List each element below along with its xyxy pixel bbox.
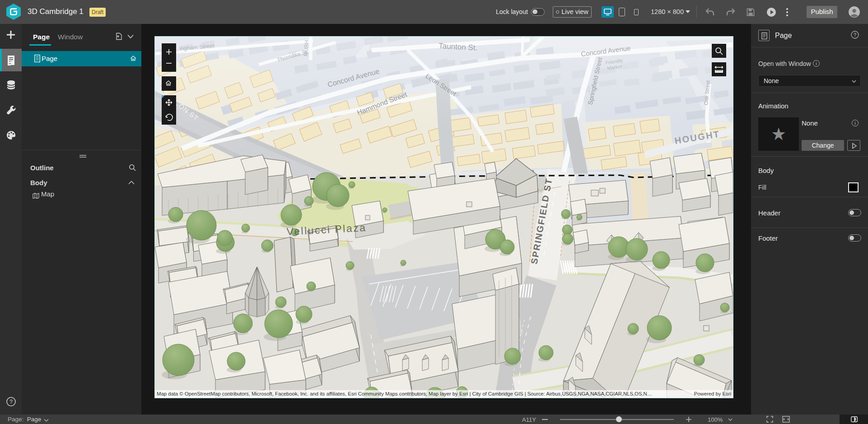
svg-text:?: ? xyxy=(9,399,13,405)
svg-text:Powered by Esri: Powered by Esri xyxy=(694,391,731,396)
svg-text:Map data © OpenStreetMap contr: Map data © OpenStreetMap contributors, M… xyxy=(157,391,652,396)
svg-text:?: ? xyxy=(854,32,856,37)
